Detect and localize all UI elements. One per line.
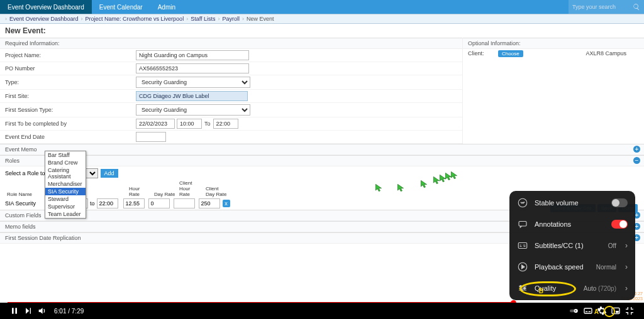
role-to-input[interactable] <box>97 198 118 208</box>
client-choose-button[interactable]: Choose <box>498 50 523 57</box>
label-event-end-date: Event End Date <box>5 134 136 140</box>
dropdown-option[interactable]: Catering Assistant <box>45 166 86 180</box>
dropdown-option[interactable]: Brand Crew <box>45 159 86 166</box>
top-nav: Event Overview Dashboard Event Calendar … <box>0 0 644 14</box>
search-icon <box>633 3 640 11</box>
role-dropdown[interactable]: Bar Staff Brand Crew Catering Assistant … <box>45 151 86 219</box>
complete-date-input[interactable] <box>136 119 175 129</box>
label-project-name: Project Name: <box>5 52 136 58</box>
yt-playback-speed[interactable]: Playback speed Normal› <box>509 256 635 278</box>
svg-point-4 <box>520 286 522 288</box>
cursor-icon <box>375 183 384 192</box>
label-type: Type: <box>5 79 136 85</box>
svg-rect-12 <box>584 308 592 313</box>
tab-admin[interactable]: Admin <box>150 0 183 14</box>
toggle-on[interactable] <box>611 220 628 229</box>
role-chr-input[interactable] <box>174 198 195 208</box>
next-button[interactable] <box>21 304 35 318</box>
role-name-cell: SIA Security <box>5 200 45 207</box>
exit-fullscreen-button[interactable] <box>623 304 636 318</box>
chevron-right-icon: › <box>625 241 628 250</box>
toggle-off[interactable] <box>611 198 628 207</box>
section-event-memo: Event Memo+ <box>0 144 644 155</box>
tab-event-calendar[interactable]: Event Calendar <box>92 0 150 14</box>
expand-memo-icon[interactable]: + <box>633 146 640 153</box>
crumb-2[interactable]: Project Name: Crowthorne vs Liverpool <box>86 16 184 22</box>
svg-rect-14 <box>589 311 591 312</box>
dropdown-option-selected[interactable]: SIA Security <box>45 188 86 195</box>
pause-button[interactable] <box>8 304 21 318</box>
cursor-icon <box>450 171 459 180</box>
yt-annotations[interactable]: Annotations <box>509 214 635 235</box>
role-cdr-input[interactable] <box>199 198 220 208</box>
youtube-control-bar: 6:01 / 7:29 <box>0 303 644 319</box>
subtitles-icon <box>517 240 528 251</box>
autoplay-toggle[interactable] <box>567 304 581 318</box>
tab-event-overview[interactable]: Event Overview Dashboard <box>0 0 92 14</box>
svg-rect-8 <box>15 308 17 313</box>
crumb-current: New Event <box>247 16 274 22</box>
miniplayer-button[interactable] <box>609 304 623 318</box>
label-first-completed-by: First To be completed by <box>5 121 136 127</box>
dropdown-option[interactable]: Merchandiser <box>45 180 86 188</box>
annotation-letter-a: A <box>594 308 599 315</box>
yt-quality[interactable]: Quality Auto (720p)› <box>509 278 635 299</box>
event-end-date-input[interactable] <box>136 132 166 142</box>
youtube-settings-panel: Stable volume Annotations Subtitles/CC (… <box>509 191 635 300</box>
search-placeholder: Type your search <box>572 4 616 10</box>
role-hr-input[interactable] <box>123 198 145 208</box>
to-label: To <box>204 121 211 127</box>
page-title: New Event: <box>0 24 644 38</box>
dropdown-option[interactable]: Supervisor <box>45 203 86 210</box>
crumb-4[interactable]: Payroll <box>223 16 240 22</box>
complete-from-input[interactable] <box>177 119 202 129</box>
project-name-input[interactable] <box>136 50 249 60</box>
dropdown-option[interactable]: Bar Staff <box>45 151 86 159</box>
crumb-1[interactable]: Event Overview Dashboard <box>9 16 79 22</box>
svg-rect-13 <box>586 311 587 312</box>
cursor-icon <box>420 180 429 188</box>
label-po-number: PO Number <box>5 65 136 72</box>
section-optional: Optional Information: <box>463 38 644 49</box>
label-first-session-type: First Session Type: <box>5 107 136 113</box>
add-role-button[interactable]: Add <box>101 169 118 178</box>
svg-rect-1 <box>519 222 526 227</box>
svg-rect-7 <box>12 308 14 313</box>
search-input[interactable]: Type your search <box>569 0 644 14</box>
svg-rect-9 <box>30 308 31 313</box>
dropdown-option[interactable]: Team Leader <box>45 210 86 218</box>
label-client: Client: <box>468 50 493 57</box>
time-display: 6:01 / 7:29 <box>54 308 84 315</box>
collapse-roles-icon[interactable]: − <box>633 157 640 164</box>
playback-speed-icon <box>517 261 528 273</box>
stable-volume-icon <box>517 197 528 208</box>
first-site-box[interactable]: CDG Diageo JW Blue Label <box>136 91 248 101</box>
annotation-letter-b: B <box>539 288 543 295</box>
subtitles-button[interactable] <box>581 304 595 318</box>
yt-stable-volume[interactable]: Stable volume <box>509 192 635 214</box>
po-number-input[interactable] <box>136 63 249 73</box>
first-session-type-select[interactable]: Security Guarding <box>136 104 250 116</box>
chevron-right-icon: › <box>625 284 628 293</box>
svg-rect-2 <box>518 243 527 249</box>
crumb-3[interactable]: Staff Lists <box>191 16 215 22</box>
complete-to-input[interactable] <box>213 119 238 129</box>
chevron-right-icon: › <box>625 262 628 271</box>
yt-subtitles[interactable]: Subtitles/CC (1) Off› <box>509 235 635 256</box>
label-first-site: First Site: <box>5 93 136 99</box>
remove-role-button[interactable]: x <box>223 200 230 207</box>
section-required: Required Information: <box>0 38 462 49</box>
svg-point-6 <box>521 289 523 291</box>
volume-button[interactable] <box>35 304 49 318</box>
role-dr-input[interactable] <box>148 198 170 208</box>
type-select[interactable]: Security Guarding <box>136 77 250 88</box>
quality-icon <box>517 283 528 294</box>
cursor-icon <box>397 183 406 192</box>
svg-rect-16 <box>616 311 619 313</box>
dropdown-option[interactable]: Steward <box>45 195 86 203</box>
svg-point-5 <box>524 288 526 289</box>
breadcrumb: ›Event Overview Dashboard ›Project Name:… <box>0 14 644 24</box>
campus-label: AXLR8 Campus <box>586 50 626 57</box>
role-to-label: to <box>90 200 95 207</box>
section-roles: Roles− <box>0 155 644 166</box>
